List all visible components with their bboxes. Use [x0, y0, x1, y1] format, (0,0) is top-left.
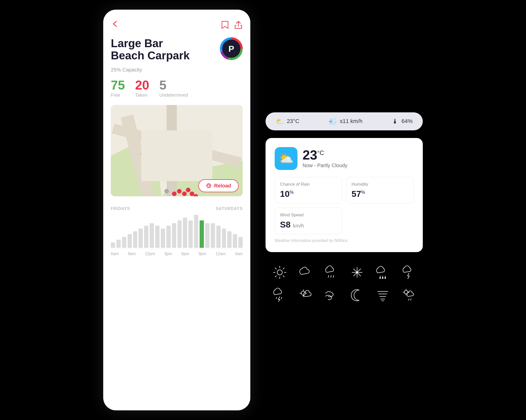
- header-icons: [221, 20, 243, 29]
- wind-bar-icon: 💨: [329, 117, 337, 125]
- chart-bar: [233, 234, 237, 248]
- weather-bar-wind: 💨 s11 km/h: [329, 117, 362, 125]
- weather-attribution: Weather information provided by NNNco: [275, 238, 414, 243]
- svg-point-42: [190, 191, 194, 196]
- saturdays-label: SATURDAYS: [216, 206, 243, 211]
- chart-time-label: 12am: [216, 252, 226, 256]
- stat-undetermined: 5 Undetermined: [159, 79, 188, 98]
- capacity-text: 25% Capacity: [111, 67, 243, 73]
- stat-free: 75 Free: [111, 79, 125, 98]
- chart-bar: [188, 220, 193, 248]
- svg-point-55: [277, 270, 282, 275]
- stat-taken: 20 Taken: [135, 79, 149, 98]
- chart-time-label: 3am: [235, 252, 243, 256]
- wind-icon: [322, 288, 340, 303]
- chart-bar: [128, 234, 132, 248]
- location-section: Large Bar Beach Carpark P: [111, 37, 243, 62]
- chart-bar: [111, 242, 115, 248]
- humidity-card: Humidity 57%: [346, 177, 414, 204]
- svg-line-65: [331, 275, 331, 277]
- svg-line-62: [283, 268, 284, 269]
- chart-section: FRIDAYS SATURDAYS 6am9am12pm3pm6pm9pm12a…: [111, 201, 243, 400]
- svg-line-63: [275, 276, 276, 277]
- svg-point-39: [177, 189, 182, 194]
- weather-bar-temp-value: 23°C: [287, 118, 299, 125]
- chart-times: 6am9am12pm3pm6pm9pm12am3am: [111, 252, 243, 256]
- chart-bar: [222, 229, 226, 248]
- free-count: 75: [111, 79, 125, 92]
- chart-bar: [138, 229, 143, 248]
- svg-point-40: [182, 191, 187, 196]
- stats-row: 75 Free 20 Taken 5 Undetermined: [111, 79, 243, 98]
- svg-point-49: [164, 189, 169, 194]
- reload-button[interactable]: Reload: [198, 179, 239, 192]
- svg-line-95: [409, 299, 409, 300]
- svg-point-41: [186, 188, 190, 192]
- weather-icons-grid: [266, 260, 423, 308]
- svg-point-38: [172, 191, 177, 196]
- parking-badge: P: [220, 37, 243, 60]
- chart-time-label: 9pm: [198, 252, 206, 256]
- partly-cloudy-icon: [296, 288, 315, 303]
- weather-card-header: ⛅ 23°C Now - Partly Cloudy: [275, 147, 414, 170]
- undetermined-count: 5: [159, 79, 188, 92]
- svg-rect-8: [141, 130, 212, 181]
- share-icon[interactable]: [234, 20, 243, 29]
- svg-point-54: [207, 184, 211, 188]
- chart-bar: [216, 226, 221, 248]
- chart-bar: [144, 226, 148, 248]
- snow-cloud-icon: [374, 265, 392, 280]
- tornado-icon: [374, 288, 392, 303]
- chart-labels-top: FRIDAYS SATURDAYS: [111, 206, 243, 211]
- svg-line-64: [328, 275, 329, 277]
- chart-bar: [200, 220, 204, 248]
- svg-point-75: [380, 277, 381, 278]
- fridays-label: FRIDAYS: [111, 206, 130, 211]
- bookmark-icon[interactable]: [221, 20, 229, 29]
- svg-line-78: [276, 297, 277, 299]
- chart-bar: [150, 223, 154, 248]
- svg-point-80: [301, 291, 305, 295]
- chart-time-label: 9am: [128, 252, 136, 256]
- chart-bars: [111, 214, 243, 249]
- weather-stats-grid: Chance of Rain 10% Humidity 57% Wind Spe…: [275, 177, 414, 234]
- undetermined-label: Undetermined: [159, 93, 188, 98]
- wind-value: S8 km/h: [280, 220, 337, 230]
- svg-line-66: [333, 275, 334, 277]
- chart-bar: [116, 240, 121, 248]
- wind-label: Wind Speed: [280, 213, 337, 218]
- humidity-bar-icon: 🌡: [392, 117, 398, 125]
- taken-count: 20: [135, 79, 149, 92]
- snow-icon: [348, 265, 366, 280]
- humidity-label: Humidity: [352, 182, 408, 187]
- rain-icon: [322, 265, 340, 280]
- chart-bar: [122, 237, 126, 248]
- chart-bar: [183, 218, 187, 248]
- weather-temp-section: 23°C Now - Partly Cloudy: [303, 148, 347, 168]
- weather-temperature: 23°C: [303, 148, 347, 162]
- svg-line-96: [411, 299, 411, 300]
- weather-bar: ⛅ 23°C 💨 s11 km/h 🌡 64%: [266, 112, 423, 130]
- parking-badge-inner: P: [222, 40, 240, 58]
- chart-time-label: 12pm: [145, 252, 155, 256]
- svg-line-61: [283, 276, 284, 277]
- phone-mockup: Large Bar Beach Carpark P 25% Capacity 7…: [103, 10, 250, 410]
- weather-bar-humidity: 🌡 64%: [392, 117, 413, 125]
- chart-time-label: 3pm: [164, 252, 172, 256]
- cloud-icon: [296, 265, 315, 280]
- chart-bar: [211, 223, 215, 248]
- parking-letter: P: [229, 44, 234, 54]
- humidity-value: 57%: [352, 189, 408, 199]
- reload-label: Reload: [214, 183, 231, 189]
- svg-point-77: [385, 277, 386, 278]
- chart-time-label: 6am: [111, 252, 119, 256]
- weather-main-icon: ⛅: [278, 151, 294, 166]
- back-button[interactable]: [111, 20, 119, 30]
- map-container: Bay Ave Memorial Dr: [111, 105, 243, 196]
- weather-bar-humidity-value: 64%: [401, 118, 413, 125]
- taken-label: Taken: [135, 93, 149, 98]
- chart-bar: [238, 237, 243, 248]
- chart-time-label: 6pm: [181, 252, 189, 256]
- rain-value: 10%: [280, 189, 337, 199]
- weather-bar-wind-value: s11 km/h: [340, 118, 362, 125]
